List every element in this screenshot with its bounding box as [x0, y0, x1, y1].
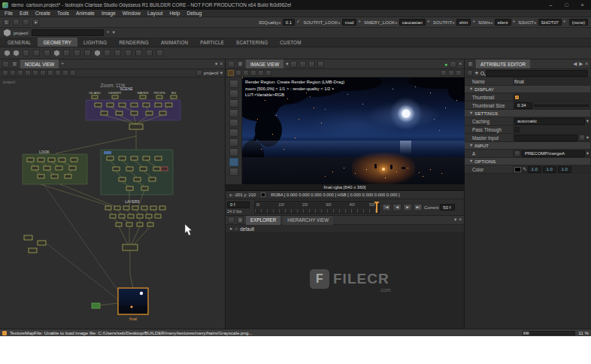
pan-tool-icon[interactable]: [229, 89, 238, 98]
view-tool-icon[interactable]: [308, 61, 315, 68]
path-input[interactable]: [32, 29, 104, 36]
view-tool-icon[interactable]: [299, 61, 306, 68]
view-option-icon[interactable]: [243, 70, 249, 76]
close-icon[interactable]: ×: [459, 217, 462, 223]
node-graph-canvas[interactable]: project/ Zoom: 11% SCENE ISLAND DESERT W…: [0, 77, 225, 329]
menu-help[interactable]: Help: [169, 11, 180, 16]
menu-animate[interactable]: Animate: [76, 11, 95, 16]
section-options[interactable]: ▾ OPTIONS: [465, 158, 590, 165]
frame-tool-icon[interactable]: [229, 109, 238, 117]
shelf-tool-icon[interactable]: [114, 50, 121, 56]
shelf-tool-icon[interactable]: [5, 50, 10, 56]
nodal-tool-icon[interactable]: [55, 70, 61, 76]
pass-through-checkbox[interactable]: [514, 127, 520, 132]
shot-value[interactable]: SHOT07: [538, 19, 562, 26]
view-option-icon[interactable]: [258, 70, 264, 76]
dropdown-icon[interactable]: ▾: [112, 30, 114, 35]
close-icon[interactable]: ×: [220, 62, 223, 67]
section-settings[interactable]: ▾ SETTINGS: [465, 110, 590, 117]
menu-file[interactable]: File: [5, 11, 13, 16]
panel-icon[interactable]: [2, 61, 9, 68]
input-a-field[interactable]: PRECOMP/mergeA: [522, 150, 585, 157]
tab-attribute-editor[interactable]: ATTRIBUTE EDITOR: [476, 59, 530, 68]
crosshair-tool-icon[interactable]: [229, 129, 238, 137]
view-option-icon[interactable]: [250, 70, 256, 76]
options-tool-icon[interactable]: [229, 168, 238, 176]
nodal-tool-icon[interactable]: [17, 70, 23, 76]
view-option-icon[interactable]: [448, 70, 454, 76]
nodal-tool-icon[interactable]: [70, 70, 76, 76]
plus-icon[interactable]: +: [61, 62, 64, 67]
folder-icon[interactable]: [196, 70, 202, 76]
tab-explorer[interactable]: EXPLORER: [246, 216, 280, 225]
render-region-icon[interactable]: [228, 70, 234, 76]
shelf-tool-icon[interactable]: [125, 50, 132, 56]
shelf-tool-icon[interactable]: [74, 50, 80, 56]
shelf-tool-icon[interactable]: [135, 50, 142, 56]
pick-node-icon[interactable]: [579, 135, 585, 141]
current-frame-field[interactable]: 50 f: [440, 204, 455, 211]
tab-rendering[interactable]: RENDERING: [113, 38, 155, 47]
sows-value[interactable]: silent: [495, 19, 511, 26]
dropdown-icon[interactable]: ▾: [586, 151, 589, 156]
tab-animation[interactable]: ANIMATION: [155, 38, 194, 47]
view-option-icon[interactable]: [235, 70, 241, 76]
zoom-tool-icon[interactable]: [229, 99, 238, 108]
dropdown-icon[interactable]: ▾: [215, 62, 217, 67]
prev-frame-button[interactable]: ◀: [392, 204, 402, 211]
plus-icon[interactable]: +: [107, 30, 110, 35]
nodal-breadcrumb[interactable]: project/: [204, 71, 219, 75]
attribute-search-input[interactable]: [486, 70, 588, 77]
maximize-button[interactable]: □: [560, 1, 573, 9]
plus-icon[interactable]: +: [563, 20, 566, 25]
dropdown-icon[interactable]: ▾: [586, 135, 589, 141]
dropdown-icon[interactable]: ▾: [286, 62, 288, 67]
grid-tool-icon[interactable]: [229, 138, 238, 147]
tab-scattering[interactable]: SCATTERING: [230, 38, 274, 47]
tab-nodal-view[interactable]: NODAL VIEW: [20, 59, 59, 68]
close-icon[interactable]: ×: [459, 62, 462, 67]
plus-icon[interactable]: +: [358, 20, 361, 25]
play-button[interactable]: ▶: [403, 204, 412, 211]
tab-custom[interactable]: CUSTOM: [274, 38, 307, 47]
nodal-tool-icon[interactable]: [2, 70, 8, 76]
nodal-tool-icon[interactable]: [40, 70, 46, 76]
forward-arrow-icon[interactable]: ▶: [579, 62, 583, 67]
master-input-field[interactable]: [514, 135, 577, 141]
shelf-tool-icon[interactable]: [156, 50, 163, 56]
nodal-tool-icon[interactable]: [32, 70, 38, 76]
shelf-tool-icon[interactable]: [14, 50, 19, 56]
final-image-node[interactable]: [118, 288, 148, 314]
picker-tool-icon[interactable]: [229, 158, 238, 166]
timeline-ruler[interactable]: 0f 10f 20f 30f 40f 50f: [254, 201, 380, 214]
thumbnail-size-field[interactable]: 0.34: [514, 102, 532, 109]
shelf-tool-icon[interactable]: [146, 50, 153, 56]
color-r-field[interactable]: 1.0: [528, 166, 541, 173]
check-icon[interactable]: ✓: [296, 20, 300, 25]
section-display[interactable]: ▾ DISPLAY: [465, 86, 590, 93]
dropdown-icon[interactable]: ▾: [32, 19, 39, 26]
dropdown-icon[interactable]: ▾: [586, 119, 589, 124]
nodal-tool-icon[interactable]: [47, 70, 53, 76]
section-collapse-icon[interactable]: ▾: [470, 111, 472, 116]
layers-nodes[interactable]: [105, 206, 165, 226]
view-tool-icon[interactable]: [450, 61, 456, 68]
tab-particle[interactable]: PARTICLE: [194, 38, 230, 47]
section-collapse-icon[interactable]: ▾: [470, 86, 472, 92]
dropdown-icon[interactable]: ▾: [454, 217, 456, 223]
nodal-tool-icon[interactable]: [25, 70, 31, 76]
mery-look-value[interactable]: caucasian: [399, 19, 426, 26]
go-start-button[interactable]: |◀: [382, 204, 391, 211]
outfit-value[interactable]: shirt: [456, 19, 471, 26]
explorer-body[interactable]: F FILECR .com: [226, 233, 464, 329]
menu-icon[interactable]: ≡: [467, 61, 474, 68]
menu-layout[interactable]: Layout: [147, 11, 162, 16]
shelf-tool-icon[interactable]: [63, 50, 70, 56]
menu-tools[interactable]: Tools: [57, 11, 69, 16]
select-tool-icon[interactable]: [229, 80, 238, 88]
orphan-nodes[interactable]: [24, 235, 46, 253]
thumbnail-checkbox[interactable]: ✓: [514, 95, 520, 100]
green-input-node[interactable]: [92, 303, 100, 308]
toolbar-icon[interactable]: [23, 19, 29, 26]
section-collapse-icon[interactable]: ▾: [470, 159, 472, 164]
